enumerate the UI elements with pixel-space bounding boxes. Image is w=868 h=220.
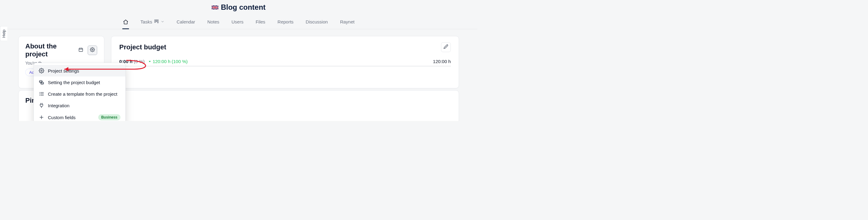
menu-item-label: Project settings bbox=[48, 68, 79, 73]
settings-dropdown-menu: Project settings Setting the project bud… bbox=[34, 63, 126, 121]
plug-icon bbox=[39, 103, 44, 108]
home-icon bbox=[123, 19, 128, 25]
svg-point-17 bbox=[40, 95, 40, 96]
project-budget-card: Project budget 0:00 h (0 %) 120:00 h ( bbox=[111, 36, 459, 88]
budget-title: Project budget bbox=[119, 43, 166, 51]
budget-remaining-value: 120:00 h bbox=[153, 59, 170, 64]
lower-card bbox=[111, 90, 459, 121]
svg-point-16 bbox=[40, 94, 40, 94]
chevron-down-icon bbox=[161, 19, 164, 24]
svg-point-10 bbox=[39, 80, 42, 82]
tab-label: Calendar bbox=[177, 19, 195, 24]
svg-point-8 bbox=[92, 49, 93, 50]
tab-discussion[interactable]: Discussion bbox=[305, 16, 329, 29]
budget-progress-bar bbox=[119, 66, 451, 66]
uk-flag-icon bbox=[212, 5, 218, 9]
budget-spent-pct: (0 %) bbox=[134, 59, 145, 64]
menu-item-custom-fields[interactable]: Custom fields Business bbox=[34, 111, 125, 121]
calendar-button[interactable] bbox=[76, 45, 86, 55]
menu-item-label: Custom fields bbox=[48, 115, 75, 120]
tab-files[interactable]: Files bbox=[255, 16, 266, 29]
svg-rect-3 bbox=[157, 20, 158, 23]
menu-item-label: Setting the project budget bbox=[48, 80, 100, 85]
list-icon bbox=[39, 91, 44, 97]
content-area: About the project You're th Add a Projec… bbox=[0, 29, 477, 88]
kanban-icon bbox=[154, 19, 159, 25]
tab-label: Reports bbox=[278, 19, 294, 24]
about-title: About the project bbox=[25, 42, 76, 58]
tab-label: Discussion bbox=[306, 19, 328, 24]
menu-item-integration[interactable]: Integration bbox=[34, 100, 125, 111]
budget-total-value: 120:00 h bbox=[433, 59, 451, 64]
gear-icon bbox=[39, 68, 44, 73]
svg-point-15 bbox=[40, 92, 40, 93]
business-badge: Business bbox=[98, 114, 121, 120]
tab-reports[interactable]: Reports bbox=[277, 16, 294, 29]
tab-label: Notes bbox=[207, 19, 219, 24]
menu-item-label: Integration bbox=[48, 103, 69, 108]
tab-label: Raynet bbox=[340, 19, 355, 24]
tab-label: Files bbox=[255, 19, 265, 24]
tab-home[interactable] bbox=[122, 16, 129, 29]
page-header: Blog content Tasks Calendar Notes Users … bbox=[0, 0, 477, 29]
calendar-icon bbox=[79, 47, 83, 53]
svg-rect-1 bbox=[155, 20, 156, 23]
tab-tasks[interactable]: Tasks bbox=[140, 16, 165, 29]
menu-item-project-settings[interactable]: Project settings bbox=[34, 65, 125, 76]
menu-item-project-budget[interactable]: Setting the project budget bbox=[34, 76, 125, 88]
page-title: Blog content bbox=[221, 3, 266, 11]
tab-calendar[interactable]: Calendar bbox=[176, 16, 196, 29]
svg-rect-4 bbox=[79, 48, 83, 51]
tab-raynet[interactable]: Raynet bbox=[339, 16, 355, 29]
plus-icon bbox=[39, 115, 44, 120]
gear-icon bbox=[90, 47, 95, 53]
svg-rect-2 bbox=[156, 20, 157, 22]
caret-down-icon bbox=[148, 59, 151, 64]
tab-label: Users bbox=[231, 19, 243, 24]
budget-remaining-pct: (100 %) bbox=[172, 59, 188, 64]
pencil-icon bbox=[443, 44, 448, 50]
coins-icon bbox=[39, 79, 44, 85]
edit-budget-button[interactable] bbox=[441, 42, 451, 52]
svg-point-9 bbox=[41, 70, 42, 72]
tab-users[interactable]: Users bbox=[231, 16, 244, 29]
tab-notes[interactable]: Notes bbox=[207, 16, 220, 29]
menu-item-create-template[interactable]: Create a template from the project bbox=[34, 88, 125, 100]
tab-label: Tasks bbox=[141, 19, 152, 24]
menu-item-label: Create a template from the project bbox=[48, 91, 117, 97]
settings-button[interactable] bbox=[88, 45, 97, 55]
tabs-bar: Tasks Calendar Notes Users Files Reports… bbox=[0, 16, 477, 29]
